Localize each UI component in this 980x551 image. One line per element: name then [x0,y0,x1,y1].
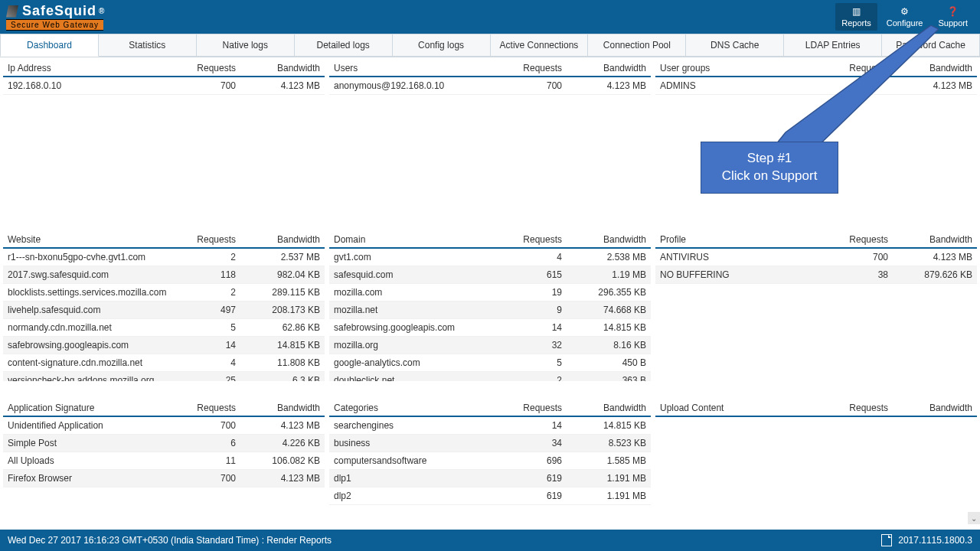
table-row[interactable]: All Uploads11106.082 KB [3,452,325,470]
table-row[interactable]: ADMINS4.123 MB [655,77,977,95]
table-row[interactable]: normandy.cdn.mozilla.net562.86 KB [3,319,325,337]
cell-requests: 118 [175,269,236,280]
cell-requests: 11 [175,455,236,466]
table-row[interactable]: gvt1.com42.538 MB [329,249,651,266]
cell-requests: 25 [175,375,236,381]
col-title: Upload Content [660,403,827,413]
cell-name: 192.168.0.10 [8,80,175,91]
cell-requests: 6 [175,438,236,448]
panel-domain: Domain Requests Bandwidth gvt1.com42.538… [329,232,651,381]
cell-name: Unidentified Application [8,420,175,431]
tab-native-logs[interactable]: Native logs [197,34,295,57]
tab-detailed-logs[interactable]: Detailed logs [295,34,393,57]
cell-name: NO BUFFERING [660,269,827,280]
tab-dns-cache[interactable]: DNS Cache [686,34,784,57]
panel-body: anonymous@192.168.0.107004.123 MB [329,77,651,214]
table-row[interactable]: anonymous@192.168.0.107004.123 MB [329,77,651,95]
cell-bandwidth: 1.585 MB [562,455,646,466]
col-bandwidth: Bandwidth [888,63,972,73]
col-requests: Requests [501,234,562,245]
col-bandwidth: Bandwidth [562,234,646,245]
cell-name: ADMINS [660,80,827,91]
table-row[interactable]: 2017.swg.safesquid.com118982.04 KB [3,266,325,284]
table-row[interactable]: blocklists.settings.services.mozilla.com… [3,284,325,302]
col-bandwidth: Bandwidth [236,63,320,73]
table-row[interactable]: google-analytics.com5450 B [329,354,651,372]
cell-requests: 4 [501,252,562,262]
col-requests: Requests [175,403,236,413]
scroll-down-icon[interactable]: ⌄ [968,512,980,524]
table-row[interactable]: NO BUFFERING38879.626 KB [655,266,977,284]
tab-connection-pool[interactable]: Connection Pool [588,34,686,57]
table-row[interactable]: computersandsoftware6961.585 MB [329,452,651,470]
cell-requests: 700 [175,80,236,91]
support-button[interactable]: ❓ Support [932,3,974,31]
cell-name: All Uploads [8,455,175,466]
col-requests: Requests [175,234,236,245]
instruction-callout: Step #1 Click on Support [701,142,838,194]
table-row[interactable]: Unidentified Application7004.123 MB [3,417,325,435]
table-row[interactable]: mozilla.org328.16 KB [329,337,651,354]
cell-requests: 14 [175,340,236,350]
panel-header: Users Requests Bandwidth [329,60,651,77]
col-requests: Requests [501,403,562,413]
status-bar: Wed Dec 27 2017 16:16:23 GMT+0530 (India… [0,530,980,551]
col-requests: Requests [827,403,888,413]
configure-button[interactable]: ⚙ Configure [880,3,929,31]
reports-label: Reports [841,18,871,28]
cell-requests: 700 [827,252,888,262]
tab-password-cache[interactable]: Password Cache [882,34,980,57]
col-bandwidth: Bandwidth [236,403,320,413]
table-row[interactable]: mozilla.com19296.355 KB [329,284,651,302]
cell-name: blocklists.settings.services.mozilla.com [8,287,175,298]
cell-bandwidth: 2.538 MB [562,252,646,262]
table-row[interactable]: Simple Post64.226 KB [3,435,325,452]
cell-name: Simple Post [8,438,175,448]
col-bandwidth: Bandwidth [562,403,646,413]
tab-ldap-entries[interactable]: LDAP Entries [784,34,882,57]
col-bandwidth: Bandwidth [888,403,972,413]
table-row[interactable]: business348.523 KB [329,435,651,452]
table-row[interactable]: dlp26191.191 MB [329,487,651,505]
table-row[interactable]: mozilla.net974.668 KB [329,302,651,319]
tab-dashboard[interactable]: Dashboard [0,34,99,57]
cell-requests: 615 [501,269,562,280]
tab-statistics[interactable]: Statistics [99,34,197,57]
table-row[interactable]: doubleclick.net2363 B [329,372,651,381]
cell-requests: 32 [501,340,562,350]
tab-config-logs[interactable]: Config logs [393,34,491,57]
cell-bandwidth: 8.523 KB [562,438,646,448]
col-bandwidth: Bandwidth [562,63,646,73]
col-title: Website [8,234,175,245]
cell-bandwidth: 296.355 KB [562,287,646,298]
cell-name: content-signature.cdn.mozilla.net [8,357,175,368]
cell-bandwidth: 4.123 MB [236,420,320,431]
table-row[interactable]: ANTIVIRUS7004.123 MB [655,249,977,266]
document-icon[interactable] [881,534,892,546]
table-row[interactable]: dlp16191.191 MB [329,470,651,487]
table-row[interactable]: r1---sn-bxonu5gpo-cvhe.gvt1.com22.537 MB [3,249,325,266]
cell-bandwidth: 2.537 MB [236,252,320,262]
table-row[interactable]: 192.168.0.107004.123 MB [3,77,325,95]
logo-main: SafeSquid ® [6,3,105,19]
cell-bandwidth: 6.3 KB [236,375,320,381]
reports-button[interactable]: ▥ Reports [835,3,877,31]
panel-header: Application Signature Requests Bandwidth [3,400,325,417]
cell-name: searchengines [334,420,501,431]
cell-requests: 14 [501,420,562,431]
table-row[interactable]: Firefox Browser7004.123 MB [3,470,325,487]
cell-bandwidth: 879.626 KB [888,269,972,280]
cell-requests: 619 [501,491,562,501]
table-row[interactable]: searchengines1414.815 KB [329,417,651,435]
cell-requests: 19 [501,287,562,298]
cell-name: versioncheck-bg.addons.mozilla.org [8,375,175,381]
table-row[interactable]: safebrowsing.googleapis.com1414.815 KB [329,319,651,337]
tab-active-connections[interactable]: Active Connections [491,34,589,57]
table-row[interactable]: livehelp.safesquid.com497208.173 KB [3,302,325,319]
table-row[interactable]: safesquid.com6151.19 MB [329,266,651,284]
logo: SafeSquid ® Secure Web Gateway [6,3,105,31]
table-row[interactable]: versioncheck-bg.addons.mozilla.org256.3 … [3,372,325,381]
cell-bandwidth: 4.123 MB [888,80,972,91]
table-row[interactable]: safebrowsing.googleapis.com1414.815 KB [3,337,325,354]
table-row[interactable]: content-signature.cdn.mozilla.net411.808… [3,354,325,372]
